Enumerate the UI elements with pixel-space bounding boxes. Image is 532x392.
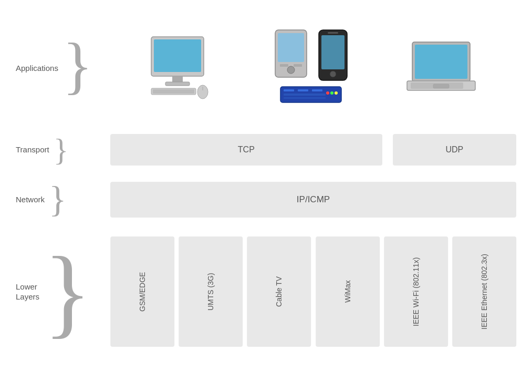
umts-box: UMTS (3G) xyxy=(179,236,243,347)
svg-point-10 xyxy=(287,66,295,74)
applications-brace: } xyxy=(62,34,93,97)
cable-tv-box: Cable TV xyxy=(247,236,311,347)
network-label: Network } xyxy=(16,181,110,218)
desktop-device xyxy=(149,34,217,102)
ip-label: IP/ICMP xyxy=(297,194,330,205)
network-row: Network } IP/ICMP xyxy=(16,179,516,221)
applications-label-text: Applications xyxy=(16,63,58,74)
svg-rect-20 xyxy=(312,89,322,91)
ip-box: IP/ICMP xyxy=(110,182,516,218)
applications-label: Applications } xyxy=(16,39,110,97)
network-label-text: Network xyxy=(16,194,45,205)
laptop-device xyxy=(404,39,478,97)
udp-box: UDP xyxy=(393,134,516,166)
desktop-icon xyxy=(149,34,217,102)
svg-point-23 xyxy=(335,91,338,95)
svg-rect-30 xyxy=(433,84,449,88)
svg-rect-18 xyxy=(284,89,294,91)
pda-icon xyxy=(273,29,309,81)
transport-label-text: Transport xyxy=(16,145,49,155)
lower-label: Lower Layers } xyxy=(16,247,110,337)
lower-layers-row: Lower Layers } GSM/EDGE UMTS (3G) Cable … xyxy=(16,231,516,352)
tcp-label: TCP xyxy=(238,145,255,154)
svg-point-21 xyxy=(326,91,329,95)
wifi-box: IEEE Wi-Fi (802.11x) xyxy=(384,236,448,347)
svg-rect-2 xyxy=(172,76,183,82)
svg-rect-1 xyxy=(154,39,201,72)
svg-point-22 xyxy=(330,91,333,95)
lower-boxes: GSM/EDGE UMTS (3G) Cable TV WiMax IEEE W… xyxy=(110,236,516,347)
svg-rect-9 xyxy=(278,33,304,62)
gsm-box: GSM/EDGE xyxy=(110,236,174,347)
network-brace: } xyxy=(49,181,67,218)
ethernet-box: IEEE Ethernet (802.3x) xyxy=(452,236,516,347)
udp-label: UDP xyxy=(445,145,463,154)
transport-content: TCP UDP xyxy=(110,134,516,166)
laptop-icon xyxy=(404,39,478,97)
devices-area xyxy=(110,11,516,126)
svg-rect-5 xyxy=(153,89,194,94)
svg-rect-24 xyxy=(284,94,326,96)
svg-rect-14 xyxy=(321,35,345,69)
svg-point-15 xyxy=(330,71,336,77)
svg-rect-27 xyxy=(415,45,467,79)
wimax-box: WiMax xyxy=(316,236,380,347)
lower-label-text: Lower Layers xyxy=(16,282,39,302)
network-content: IP/ICMP xyxy=(110,182,516,218)
phone-icon xyxy=(317,29,349,81)
middle-devices xyxy=(273,29,349,108)
transport-brace: } xyxy=(54,134,69,166)
lower-brace: } xyxy=(44,247,91,337)
router-icon xyxy=(279,84,342,108)
svg-rect-3 xyxy=(165,82,190,86)
handheld-devices xyxy=(273,29,349,81)
applications-row: Applications } xyxy=(16,11,516,126)
svg-rect-25 xyxy=(284,97,326,99)
diagram-container: Applications } xyxy=(0,0,532,392)
svg-rect-12 xyxy=(294,64,302,67)
tcp-box: TCP xyxy=(110,134,382,166)
svg-rect-11 xyxy=(280,64,288,67)
svg-rect-16 xyxy=(328,32,338,34)
svg-rect-19 xyxy=(298,89,308,91)
transport-label: Transport } xyxy=(16,134,110,166)
transport-row: Transport } TCP UDP xyxy=(16,131,516,168)
